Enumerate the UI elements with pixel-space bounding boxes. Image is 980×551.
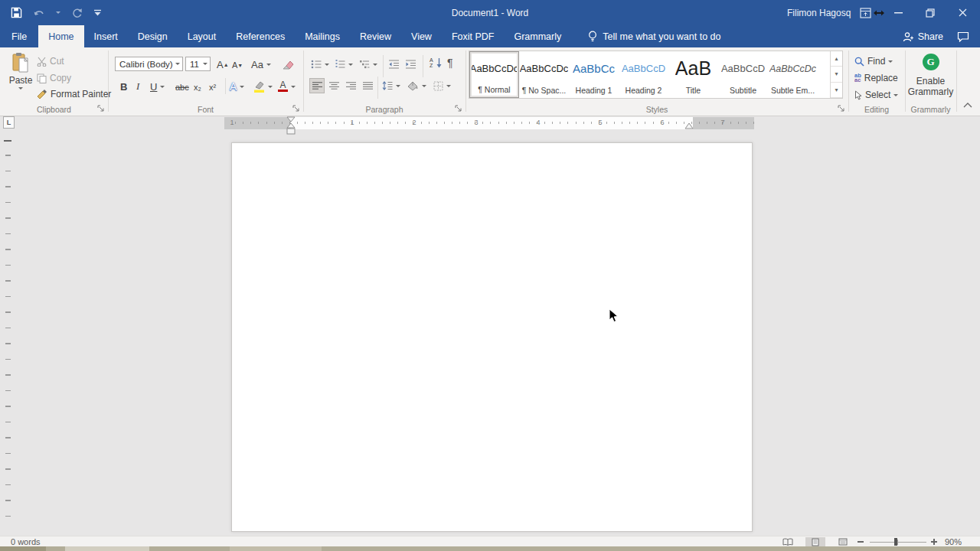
copy-button[interactable]: Copy: [37, 70, 71, 86]
subscript-button[interactable]: x₂: [194, 80, 201, 95]
zoom-level[interactable]: 90%: [945, 536, 962, 547]
tab-mailings[interactable]: Mailings: [295, 25, 350, 47]
styles-scroll-up-icon[interactable]: ▴: [831, 51, 842, 67]
tell-me-box[interactable]: Tell me what you want to do: [579, 25, 730, 47]
signed-in-user[interactable]: Filimon Hagosq: [787, 0, 851, 25]
close-button[interactable]: [952, 0, 972, 25]
minimize-button[interactable]: [888, 0, 908, 25]
replace-label: Replace: [864, 73, 898, 83]
print-layout-button[interactable]: [805, 537, 825, 546]
enable-grammarly-button[interactable]: G Enable Grammarly: [905, 54, 956, 97]
style-preview: AaB: [675, 51, 711, 86]
shading-button[interactable]: [407, 78, 426, 93]
borders-button[interactable]: [433, 78, 451, 93]
mouse-cursor: [609, 308, 619, 323]
sort-button[interactable]: A Z: [430, 55, 442, 70]
change-case-button[interactable]: Aa: [251, 57, 271, 72]
undo-dropdown-caret[interactable]: [56, 11, 60, 16]
tab-design[interactable]: Design: [128, 25, 178, 47]
multilevel-list-button[interactable]: [359, 57, 377, 72]
replace-button[interactable]: ab ac Replace: [854, 70, 898, 86]
tab-layout[interactable]: Layout: [178, 25, 227, 47]
superscript-button[interactable]: x²: [209, 80, 216, 95]
right-indent-marker[interactable]: [684, 122, 694, 129]
font-size-combobox[interactable]: 11: [185, 57, 211, 71]
tab-review[interactable]: Review: [350, 25, 401, 47]
style-no-spacing[interactable]: AaBbCcDc ¶ No Spac...: [519, 51, 569, 98]
align-left-button[interactable]: [309, 78, 325, 93]
style-normal[interactable]: AaBbCcDc ¶ Normal: [469, 51, 519, 98]
comments-icon[interactable]: [957, 31, 969, 42]
numbering-button[interactable]: [335, 57, 353, 72]
style-heading1[interactable]: AaBbCc Heading 1: [569, 51, 619, 98]
customize-qat-icon[interactable]: [93, 9, 102, 17]
mini-separator: [383, 55, 384, 77]
align-right-button[interactable]: [343, 78, 358, 93]
justify-button[interactable]: [360, 78, 375, 93]
bold-button[interactable]: B: [120, 79, 127, 94]
vertical-ruler-margin-mark: [4, 140, 11, 142]
document-page[interactable]: [231, 142, 753, 532]
bullets-button[interactable]: [311, 57, 329, 72]
tab-references[interactable]: References: [226, 25, 295, 47]
zoom-out-button[interactable]: [858, 541, 864, 543]
shrink-font-button[interactable]: A▼: [232, 57, 243, 73]
align-center-button[interactable]: [326, 78, 341, 93]
text-effects-button[interactable]: A: [230, 79, 244, 94]
select-button[interactable]: Select: [854, 87, 898, 103]
paste-button[interactable]: Paste: [6, 52, 35, 101]
zoom-slider-track[interactable]: [870, 542, 926, 543]
collapse-ribbon-icon[interactable]: [963, 103, 972, 108]
italic-button[interactable]: I: [136, 79, 139, 94]
replace-icon-bottom: ac: [854, 78, 861, 83]
highlighter-icon: [253, 81, 265, 93]
line-spacing-button[interactable]: [382, 78, 400, 93]
show-formatting-button[interactable]: ¶: [447, 55, 453, 70]
cut-button[interactable]: Cut: [37, 54, 64, 69]
taskbar-segment: [230, 546, 322, 551]
find-button[interactable]: Find: [854, 54, 893, 69]
read-mode-button[interactable]: [778, 537, 798, 546]
decrease-indent-button[interactable]: [388, 57, 400, 72]
word-count[interactable]: 0 words: [11, 537, 41, 546]
grow-font-button[interactable]: A▲: [217, 57, 229, 72]
font-color-caret: [291, 86, 296, 90]
zoom-slider-thumb[interactable]: [894, 538, 897, 546]
styles-scroll-down-icon[interactable]: ▾: [831, 67, 842, 82]
clear-formatting-button[interactable]: [283, 57, 294, 72]
horizontal-ruler[interactable]: 1 1 2 3 4 5 6 7: [224, 117, 754, 129]
vertical-ruler[interactable]: [5, 140, 11, 527]
style-label: Heading 1: [576, 86, 612, 95]
restore-button[interactable]: [920, 0, 940, 25]
font-color-button[interactable]: A: [278, 79, 296, 94]
font-dialog-launcher-icon[interactable]: [292, 105, 300, 112]
styles-gallery-more-icon[interactable]: ▾: [831, 83, 842, 98]
tab-foxit-pdf[interactable]: Foxit PDF: [442, 25, 505, 47]
tab-selector[interactable]: L: [3, 116, 15, 129]
increase-indent-button[interactable]: [405, 57, 416, 72]
web-layout-button[interactable]: [833, 537, 853, 546]
style-heading2[interactable]: AaBbCcD Heading 2: [619, 51, 668, 98]
font-family-combobox[interactable]: Calibri (Body): [115, 57, 183, 71]
tab-view[interactable]: View: [401, 25, 442, 47]
save-icon[interactable]: [11, 7, 22, 18]
redo-icon[interactable]: [71, 7, 83, 18]
style-subtle-emphasis[interactable]: AaBbCcDc Subtle Em...: [768, 51, 818, 98]
paragraph-dialog-launcher-icon[interactable]: [455, 105, 462, 112]
styles-dialog-launcher-icon[interactable]: [838, 105, 845, 112]
tab-insert[interactable]: Insert: [84, 25, 128, 47]
underline-button[interactable]: U: [150, 79, 165, 94]
share-button[interactable]: Share: [903, 31, 943, 42]
style-title[interactable]: AaB Title: [668, 51, 718, 98]
tab-grammarly[interactable]: Grammarly: [504, 25, 571, 47]
text-highlight-button[interactable]: [253, 79, 273, 94]
style-subtitle[interactable]: AaBbCcD Subtitle: [718, 51, 768, 98]
search-icon: [854, 57, 864, 67]
strikethrough-button[interactable]: abc: [175, 80, 189, 95]
undo-icon[interactable]: [33, 8, 45, 18]
clipboard-dialog-launcher-icon[interactable]: [97, 105, 105, 112]
tab-home[interactable]: Home: [38, 25, 83, 47]
indent-markers[interactable]: [286, 116, 296, 135]
tab-file[interactable]: File: [0, 25, 38, 47]
format-painter-button[interactable]: Format Painter: [37, 86, 111, 102]
